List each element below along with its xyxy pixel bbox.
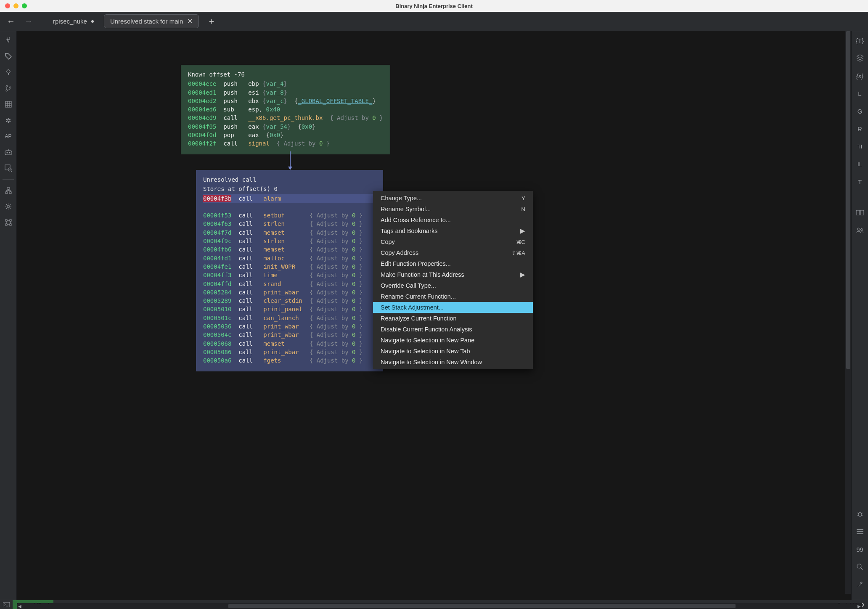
new-tab-button[interactable]: ＋: [203, 14, 220, 29]
asm-row[interactable]: 00005086 call print_wbar { Adjust by 0 }: [203, 348, 376, 356]
asm-row[interactable]: [203, 203, 376, 211]
asm-row[interactable]: 00004f2f call signal { Adjust by 0 }: [188, 139, 383, 148]
asm-row[interactable]: 00004f7d call memset { Adjust by 0 }: [203, 228, 376, 237]
bug-icon[interactable]: [855, 509, 865, 519]
asm-row[interactable]: 00005036 call print_wbar { Adjust by 0 }: [203, 322, 376, 331]
vertical-scrollbar[interactable]: [845, 31, 851, 594]
g-icon[interactable]: G: [855, 106, 865, 116]
tree-icon[interactable]: [3, 185, 13, 196]
asm-row[interactable]: 00004f3b call alarm: [203, 194, 376, 203]
asm-row[interactable]: 0000501c call can_launch { Adjust by 0 }: [203, 314, 376, 322]
scroll-right-icon[interactable]: ▶: [856, 603, 862, 609]
minimize-icon[interactable]: [13, 3, 19, 8]
ap-icon[interactable]: AP: [3, 131, 13, 141]
maximize-icon[interactable]: [22, 3, 27, 8]
asm-row[interactable]: 00004fd1 call malloc { Adjust by 0 }: [203, 254, 376, 262]
context-menu-item[interactable]: Navigate to Selection in New Window: [373, 357, 533, 368]
tab-file-label: rpisec_nuke: [53, 18, 87, 25]
tools-icon[interactable]: ✲: [3, 115, 13, 125]
context-menu-item[interactable]: Change Type...Y: [373, 193, 533, 204]
r-icon[interactable]: R: [855, 124, 865, 134]
forward-button[interactable]: →: [22, 15, 35, 28]
close-icon[interactable]: [5, 3, 10, 8]
asm-row[interactable]: 00005284 call print_wbar { Adjust by 0 }: [203, 288, 376, 297]
robot-icon[interactable]: [3, 147, 13, 157]
context-menu-item[interactable]: Disable Current Function Analysis: [373, 324, 533, 335]
asm-row[interactable]: 00005068 call memset { Adjust by 0 }: [203, 339, 376, 348]
search-icon[interactable]: [855, 562, 865, 572]
layers-icon[interactable]: [855, 53, 865, 63]
t-icon[interactable]: T: [855, 177, 865, 187]
terminal-icon[interactable]: [0, 602, 13, 607]
asm-row[interactable]: 00004f05 push eax {var_54} {0x0}: [188, 122, 383, 131]
wand-icon[interactable]: [855, 580, 865, 590]
context-menu-item[interactable]: Navigate to Selection in New Tab: [373, 346, 533, 357]
context-menu-item[interactable]: Navigate to Selection in New Pane: [373, 335, 533, 346]
asm-row[interactable]: 000050a6 call fgets { Adjust by 0 }: [203, 356, 376, 365]
asm-row[interactable]: 00004f53 call setbuf { Adjust by 0 }: [203, 211, 376, 220]
context-menu-item[interactable]: Rename Symbol...N: [373, 204, 533, 214]
node-subtitle: Stores at offset(s) 0: [203, 185, 376, 193]
asm-row[interactable]: 00004ffd call srand { Adjust by 0 }: [203, 280, 376, 288]
asm-row[interactable]: 00004f63 call strlen { Adjust by 0 }: [203, 220, 376, 228]
tag-icon[interactable]: [3, 51, 13, 61]
context-menu-item[interactable]: Edit Function Properties...: [373, 258, 533, 269]
lines-icon[interactable]: [855, 527, 865, 537]
asm-row[interactable]: 00005289 call clear_stdin { Adjust by 0 …: [203, 297, 376, 305]
asm-row[interactable]: 00004ed9 call __x86.get_pc_thunk.bx { Ad…: [188, 114, 383, 122]
menu-item-label: Change Type...: [381, 195, 422, 201]
graph-node-known[interactable]: Known offset -7600004ece push ebp {var_4…: [181, 65, 390, 154]
hash-icon[interactable]: #: [3, 35, 13, 45]
asm-row[interactable]: 00004ed2 push ebx {var_c} {_GLOBAL_OFFSE…: [188, 97, 383, 105]
scrollbar-thumb[interactable]: [846, 31, 850, 369]
branch-icon[interactable]: [3, 83, 13, 93]
struct-icon[interactable]: [3, 217, 13, 228]
pin-icon[interactable]: [3, 67, 13, 77]
svg-point-1: [6, 85, 8, 87]
context-menu-item[interactable]: Tags and Bookmarks▶: [373, 225, 533, 236]
tab-file[interactable]: rpisec_nuke: [47, 15, 100, 27]
split-icon[interactable]: [855, 208, 865, 218]
asm-row[interactable]: 00004fb6 call memset { Adjust by 0 }: [203, 245, 376, 254]
var-icon[interactable]: {x}: [855, 71, 865, 81]
menu-item-label: Reanalyze Current Function: [381, 315, 457, 322]
context-menu-item[interactable]: Set Stack Adjustment...: [373, 302, 533, 313]
context-menu-item[interactable]: Override Call Type...: [373, 280, 533, 291]
graph-view[interactable]: Known offset -7600004ece push ebp {var_4…: [17, 31, 851, 600]
asm-row[interactable]: 00004fe1 call init_WOPR { Adjust by 0 }: [203, 262, 376, 271]
il-icon[interactable]: IL: [855, 159, 865, 169]
horizontal-scrollbar[interactable]: ◀ ▶: [17, 603, 862, 609]
back-button[interactable]: ←: [4, 15, 18, 28]
asm-row[interactable]: 00004f9c call strlen { Adjust by 0 }: [203, 237, 376, 245]
context-menu-item[interactable]: Add Cross Reference to...: [373, 214, 533, 225]
context-menu-item[interactable]: Reanalyze Current Function: [373, 313, 533, 324]
graph-node-unresolved[interactable]: Unresolved callStores at offset(s) 00000…: [196, 170, 383, 371]
grid-icon[interactable]: [3, 99, 13, 109]
svg-rect-15: [10, 220, 11, 221]
tab-stack[interactable]: Unresolved stack for main ✕: [104, 14, 199, 28]
context-menu-item[interactable]: Copy⌘C: [373, 236, 533, 247]
menu-item-shortcut: ⇧⌘A: [511, 250, 525, 256]
asm-row[interactable]: 00004f0d pop eax {0x0}: [188, 131, 383, 139]
bulb-icon[interactable]: [3, 201, 13, 212]
asm-row[interactable]: 00004ed6 sub esp, 0x40: [188, 105, 383, 114]
inspect-icon[interactable]: [3, 163, 13, 173]
svg-rect-10: [7, 188, 10, 189]
rev-icon[interactable]: 99: [855, 544, 865, 554]
tab-close-icon[interactable]: ✕: [187, 17, 193, 25]
asm-row[interactable]: 00004ed1 push esi {var_8}: [188, 88, 383, 97]
context-menu-item[interactable]: Copy Address⇧⌘A: [373, 247, 533, 258]
l-icon[interactable]: L: [855, 88, 865, 98]
asm-row[interactable]: 00004ff3 call time { Adjust by 0 }: [203, 271, 376, 279]
asm-row[interactable]: 0000504c call print_wbar { Adjust by 0 }: [203, 331, 376, 339]
scroll-left-icon[interactable]: ◀: [17, 603, 23, 609]
people-icon[interactable]: [855, 225, 865, 236]
svg-rect-16: [5, 224, 7, 225]
ti-icon[interactable]: TI: [855, 141, 865, 151]
asm-row[interactable]: 00005010 call print_panel { Adjust by 0 …: [203, 305, 376, 313]
scrollbar-thumb-h[interactable]: [228, 604, 736, 608]
context-menu-item[interactable]: Make Function at This Address▶: [373, 269, 533, 280]
context-menu-item[interactable]: Rename Current Function...: [373, 291, 533, 302]
types-icon[interactable]: {T}: [855, 35, 865, 45]
asm-row[interactable]: 00004ece push ebp {var_4}: [188, 79, 383, 88]
